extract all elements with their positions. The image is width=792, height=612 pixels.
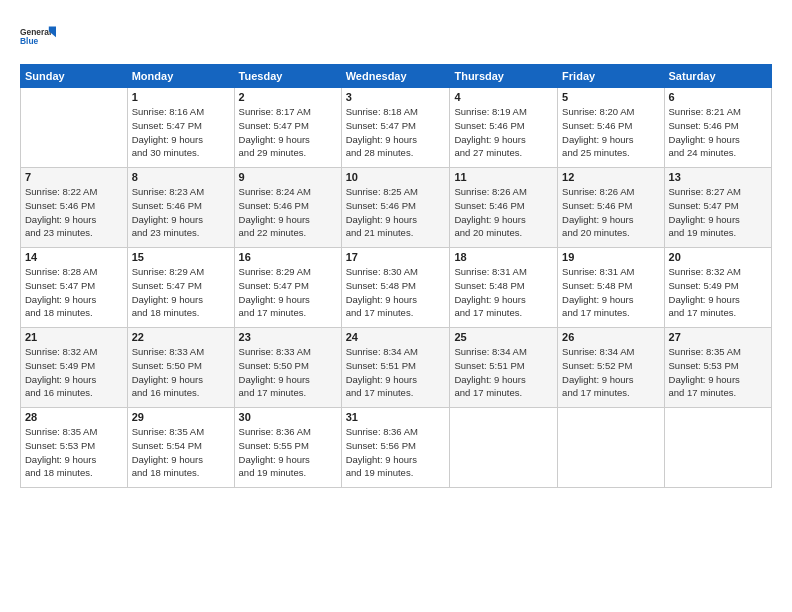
calendar-cell: 29Sunrise: 8:35 AMSunset: 5:54 PMDayligh…	[127, 408, 234, 488]
day-info: Sunrise: 8:31 AMSunset: 5:48 PMDaylight:…	[562, 265, 659, 320]
day-info: Sunrise: 8:17 AMSunset: 5:47 PMDaylight:…	[239, 105, 337, 160]
day-info: Sunrise: 8:24 AMSunset: 5:46 PMDaylight:…	[239, 185, 337, 240]
day-info: Sunrise: 8:19 AMSunset: 5:46 PMDaylight:…	[454, 105, 553, 160]
calendar-cell: 31Sunrise: 8:36 AMSunset: 5:56 PMDayligh…	[341, 408, 450, 488]
day-info: Sunrise: 8:34 AMSunset: 5:51 PMDaylight:…	[346, 345, 446, 400]
week-row-5: 28Sunrise: 8:35 AMSunset: 5:53 PMDayligh…	[21, 408, 772, 488]
day-number: 12	[562, 171, 659, 183]
calendar-cell: 30Sunrise: 8:36 AMSunset: 5:55 PMDayligh…	[234, 408, 341, 488]
day-number: 11	[454, 171, 553, 183]
day-number: 28	[25, 411, 123, 423]
calendar-cell: 2Sunrise: 8:17 AMSunset: 5:47 PMDaylight…	[234, 88, 341, 168]
day-number: 4	[454, 91, 553, 103]
day-info: Sunrise: 8:32 AMSunset: 5:49 PMDaylight:…	[669, 265, 767, 320]
day-info: Sunrise: 8:23 AMSunset: 5:46 PMDaylight:…	[132, 185, 230, 240]
calendar-cell	[21, 88, 128, 168]
calendar-cell: 15Sunrise: 8:29 AMSunset: 5:47 PMDayligh…	[127, 248, 234, 328]
day-info: Sunrise: 8:31 AMSunset: 5:48 PMDaylight:…	[454, 265, 553, 320]
day-number: 30	[239, 411, 337, 423]
day-number: 3	[346, 91, 446, 103]
logo-svg: General Blue	[20, 18, 56, 54]
header-day-monday: Monday	[127, 65, 234, 88]
week-row-4: 21Sunrise: 8:32 AMSunset: 5:49 PMDayligh…	[21, 328, 772, 408]
day-number: 9	[239, 171, 337, 183]
calendar-cell: 27Sunrise: 8:35 AMSunset: 5:53 PMDayligh…	[664, 328, 771, 408]
header-day-sunday: Sunday	[21, 65, 128, 88]
day-number: 6	[669, 91, 767, 103]
day-number: 19	[562, 251, 659, 263]
header-area: General Blue	[20, 18, 772, 54]
calendar-page: General Blue SundayMondayTuesdayWednesda…	[0, 0, 792, 612]
header-day-tuesday: Tuesday	[234, 65, 341, 88]
day-info: Sunrise: 8:35 AMSunset: 5:54 PMDaylight:…	[132, 425, 230, 480]
day-number: 25	[454, 331, 553, 343]
day-number: 14	[25, 251, 123, 263]
header-day-wednesday: Wednesday	[341, 65, 450, 88]
day-info: Sunrise: 8:34 AMSunset: 5:51 PMDaylight:…	[454, 345, 553, 400]
calendar-cell: 26Sunrise: 8:34 AMSunset: 5:52 PMDayligh…	[558, 328, 664, 408]
calendar-cell: 17Sunrise: 8:30 AMSunset: 5:48 PMDayligh…	[341, 248, 450, 328]
calendar-cell	[664, 408, 771, 488]
day-info: Sunrise: 8:20 AMSunset: 5:46 PMDaylight:…	[562, 105, 659, 160]
day-info: Sunrise: 8:33 AMSunset: 5:50 PMDaylight:…	[239, 345, 337, 400]
day-number: 18	[454, 251, 553, 263]
day-info: Sunrise: 8:30 AMSunset: 5:48 PMDaylight:…	[346, 265, 446, 320]
day-number: 22	[132, 331, 230, 343]
calendar-cell: 20Sunrise: 8:32 AMSunset: 5:49 PMDayligh…	[664, 248, 771, 328]
calendar-table: SundayMondayTuesdayWednesdayThursdayFrid…	[20, 64, 772, 488]
calendar-cell: 9Sunrise: 8:24 AMSunset: 5:46 PMDaylight…	[234, 168, 341, 248]
calendar-cell: 16Sunrise: 8:29 AMSunset: 5:47 PMDayligh…	[234, 248, 341, 328]
svg-text:General: General	[20, 27, 51, 37]
day-number: 20	[669, 251, 767, 263]
day-info: Sunrise: 8:22 AMSunset: 5:46 PMDaylight:…	[25, 185, 123, 240]
week-row-2: 7Sunrise: 8:22 AMSunset: 5:46 PMDaylight…	[21, 168, 772, 248]
calendar-cell	[558, 408, 664, 488]
day-number: 31	[346, 411, 446, 423]
calendar-cell: 7Sunrise: 8:22 AMSunset: 5:46 PMDaylight…	[21, 168, 128, 248]
calendar-cell: 14Sunrise: 8:28 AMSunset: 5:47 PMDayligh…	[21, 248, 128, 328]
day-number: 24	[346, 331, 446, 343]
calendar-cell: 5Sunrise: 8:20 AMSunset: 5:46 PMDaylight…	[558, 88, 664, 168]
header-day-thursday: Thursday	[450, 65, 558, 88]
calendar-cell: 22Sunrise: 8:33 AMSunset: 5:50 PMDayligh…	[127, 328, 234, 408]
calendar-cell: 11Sunrise: 8:26 AMSunset: 5:46 PMDayligh…	[450, 168, 558, 248]
calendar-cell: 1Sunrise: 8:16 AMSunset: 5:47 PMDaylight…	[127, 88, 234, 168]
calendar-cell: 18Sunrise: 8:31 AMSunset: 5:48 PMDayligh…	[450, 248, 558, 328]
calendar-cell: 4Sunrise: 8:19 AMSunset: 5:46 PMDaylight…	[450, 88, 558, 168]
header-day-saturday: Saturday	[664, 65, 771, 88]
day-info: Sunrise: 8:36 AMSunset: 5:56 PMDaylight:…	[346, 425, 446, 480]
day-number: 17	[346, 251, 446, 263]
day-number: 29	[132, 411, 230, 423]
calendar-cell: 13Sunrise: 8:27 AMSunset: 5:47 PMDayligh…	[664, 168, 771, 248]
svg-text:Blue: Blue	[20, 36, 39, 46]
day-info: Sunrise: 8:21 AMSunset: 5:46 PMDaylight:…	[669, 105, 767, 160]
header-day-friday: Friday	[558, 65, 664, 88]
calendar-cell: 3Sunrise: 8:18 AMSunset: 5:47 PMDaylight…	[341, 88, 450, 168]
day-number: 13	[669, 171, 767, 183]
day-number: 8	[132, 171, 230, 183]
day-number: 5	[562, 91, 659, 103]
day-info: Sunrise: 8:28 AMSunset: 5:47 PMDaylight:…	[25, 265, 123, 320]
calendar-cell	[450, 408, 558, 488]
day-number: 7	[25, 171, 123, 183]
week-row-1: 1Sunrise: 8:16 AMSunset: 5:47 PMDaylight…	[21, 88, 772, 168]
calendar-cell: 6Sunrise: 8:21 AMSunset: 5:46 PMDaylight…	[664, 88, 771, 168]
day-number: 10	[346, 171, 446, 183]
day-info: Sunrise: 8:26 AMSunset: 5:46 PMDaylight:…	[454, 185, 553, 240]
day-number: 16	[239, 251, 337, 263]
day-info: Sunrise: 8:25 AMSunset: 5:46 PMDaylight:…	[346, 185, 446, 240]
day-info: Sunrise: 8:16 AMSunset: 5:47 PMDaylight:…	[132, 105, 230, 160]
day-number: 15	[132, 251, 230, 263]
logo: General Blue	[20, 18, 56, 54]
day-number: 21	[25, 331, 123, 343]
day-info: Sunrise: 8:35 AMSunset: 5:53 PMDaylight:…	[25, 425, 123, 480]
calendar-cell: 19Sunrise: 8:31 AMSunset: 5:48 PMDayligh…	[558, 248, 664, 328]
day-number: 27	[669, 331, 767, 343]
day-info: Sunrise: 8:18 AMSunset: 5:47 PMDaylight:…	[346, 105, 446, 160]
day-info: Sunrise: 8:34 AMSunset: 5:52 PMDaylight:…	[562, 345, 659, 400]
day-info: Sunrise: 8:33 AMSunset: 5:50 PMDaylight:…	[132, 345, 230, 400]
day-info: Sunrise: 8:35 AMSunset: 5:53 PMDaylight:…	[669, 345, 767, 400]
calendar-cell: 23Sunrise: 8:33 AMSunset: 5:50 PMDayligh…	[234, 328, 341, 408]
calendar-header-row: SundayMondayTuesdayWednesdayThursdayFrid…	[21, 65, 772, 88]
calendar-cell: 10Sunrise: 8:25 AMSunset: 5:46 PMDayligh…	[341, 168, 450, 248]
